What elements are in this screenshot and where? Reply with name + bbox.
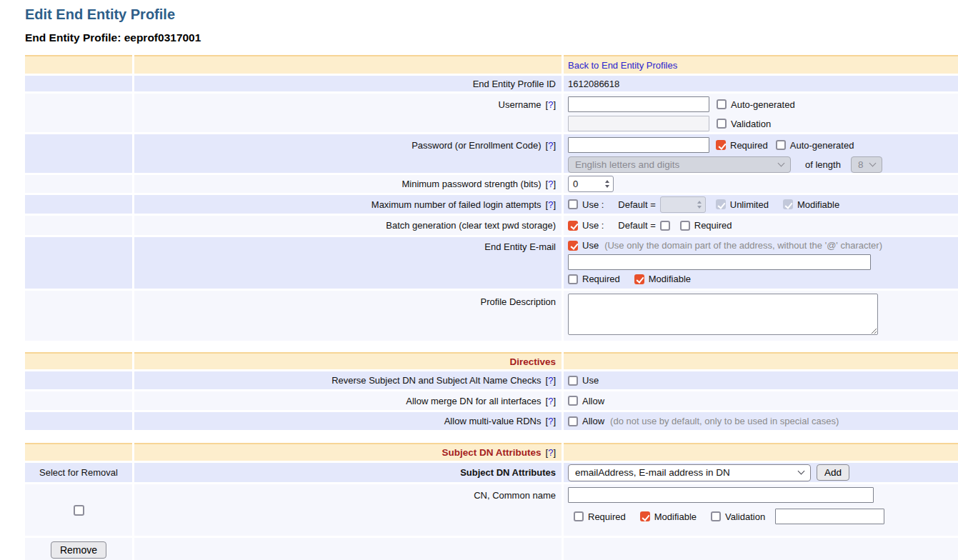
profile-id-label: End Entity Profile ID (134, 76, 562, 91)
chevron-down-icon (778, 160, 785, 167)
batch-required-checkbox[interactable] (680, 221, 690, 231)
reverse-checks-label: Reverse Subject DN and Subject Alt Name … (134, 371, 562, 389)
cn-modifiable-checkbox[interactable] (640, 511, 650, 521)
min-strength-spinner[interactable]: 0 (568, 176, 614, 192)
batch-use-checkbox[interactable] (568, 221, 578, 231)
password-label: Password (or Enrollment Code) [?] (134, 134, 562, 173)
max-failed-default-label: Default = (618, 199, 655, 210)
multi-value-allow-option: Allow (568, 416, 604, 426)
chevron-down-icon (798, 468, 805, 475)
subject-dn-header: Subject DN Attributes [?] (134, 443, 562, 461)
cn-validation-input[interactable] (775, 509, 884, 524)
username-auto-generated-checkbox[interactable] (717, 99, 727, 109)
email-label: End Entity E-mail (134, 237, 562, 289)
password-required-option: Required (716, 140, 768, 151)
header-cell-empty (134, 55, 562, 74)
merge-dn-label: Allow merge DN for all interfaces [?] (134, 391, 562, 410)
max-failed-unlimited-option: Unlimited (716, 199, 769, 210)
directives-table: Directives Reverse Subject DN and Subjec… (25, 352, 958, 430)
subject-dn-help: [?] (546, 447, 556, 458)
username-auto-generated-option: Auto-generated (717, 99, 795, 110)
chevron-down-icon (869, 160, 876, 167)
email-note: (Use only the domain part of the address… (604, 240, 882, 251)
multi-value-rdns-label: Allow multi-value RDNs [?] (134, 412, 562, 430)
back-to-profiles-link[interactable]: Back to End Entity Profiles (568, 60, 677, 71)
remove-button[interactable]: Remove (51, 541, 106, 559)
header-cell-empty (25, 55, 132, 74)
username-input[interactable] (568, 96, 709, 112)
dn-attribute-select[interactable]: emailAddress, E-mail address in DN (568, 464, 811, 481)
cn-value-input[interactable] (568, 487, 874, 503)
batch-required-option: Required (680, 220, 732, 231)
merge-dn-help: [?] (546, 396, 556, 406)
cn-modifiable-option: Modifiable (640, 511, 697, 522)
merge-dn-allow-option: Allow (568, 396, 604, 406)
max-failed-modifiable-checkbox (783, 199, 793, 209)
email-domain-input[interactable] (568, 254, 871, 270)
max-failed-default-spinner[interactable] (660, 196, 706, 213)
email-use-checkbox[interactable] (568, 241, 578, 251)
multi-value-rdns-help: [?] (546, 416, 556, 426)
password-length-select[interactable]: 8 (851, 156, 882, 173)
cn-label: CN, Common name (134, 484, 562, 536)
description-label: Profile Description (134, 291, 562, 341)
profile-description-textarea[interactable] (568, 294, 878, 335)
min-strength-label: Minimum password strength (bits) [?] (134, 175, 562, 193)
password-help: [?] (546, 140, 556, 151)
add-button[interactable]: Add (817, 464, 849, 481)
cn-validation-checkbox[interactable] (711, 511, 721, 521)
spinner-arrows-icon (697, 201, 702, 209)
profile-id-value: 1612086618 (564, 76, 958, 91)
password-charset-select[interactable]: English letters and digits (568, 156, 791, 173)
batch-default-checkbox[interactable] (660, 221, 670, 231)
username-label: Username [?] (134, 94, 562, 132)
max-failed-label: Maximum number of failed login attempts … (134, 195, 562, 214)
username-validation-checkbox[interactable] (717, 119, 727, 129)
email-modifiable-option: Modifiable (634, 274, 691, 284)
select-for-removal-label: Select for Removal (25, 463, 132, 482)
header-cell-back: Back to End Entity Profiles (564, 55, 958, 74)
batch-generation-label: Batch generation (clear text pwd storage… (134, 216, 562, 235)
removal-select-checkbox[interactable] (74, 505, 84, 516)
max-failed-modifiable-option: Modifiable (783, 199, 839, 210)
subject-dn-attributes-label: Subject DN Attributes (134, 463, 562, 482)
directives-header: Directives (134, 352, 562, 369)
password-auto-generated-option: Auto-generated (776, 140, 854, 151)
min-strength-help: [?] (546, 179, 556, 189)
multi-value-note: (do not use by default, only to be used … (610, 416, 839, 426)
cn-required-checkbox[interactable] (574, 511, 584, 521)
cn-validation-option: Validation (711, 511, 765, 522)
password-auto-generated-checkbox[interactable] (776, 140, 786, 150)
subject-dn-table: Subject DN Attributes [?] Select for Rem… (25, 443, 958, 560)
email-required-option: Required (568, 274, 620, 284)
profile-name-heading: End Entity Profile: eeprof0317001 (25, 31, 958, 44)
max-failed-use-checkbox[interactable] (568, 199, 578, 209)
multi-value-allow-checkbox[interactable] (568, 416, 578, 426)
max-failed-unlimited-checkbox (716, 199, 726, 209)
max-failed-use-option: Use : (568, 199, 604, 210)
reverse-checks-use-option: Use (568, 375, 599, 386)
username-validation-input[interactable] (568, 116, 709, 131)
cn-required-option: Required (574, 511, 626, 522)
merge-dn-allow-checkbox[interactable] (568, 396, 578, 406)
reverse-checks-use-checkbox[interactable] (568, 376, 578, 386)
edit-end-entity-profile-page: Edit End Entity Profile End Entity Profi… (0, 0, 958, 560)
of-length-label: of length (805, 159, 841, 170)
max-failed-help: [?] (546, 199, 556, 210)
batch-use-option: Use : (568, 220, 604, 231)
password-required-checkbox[interactable] (716, 140, 726, 150)
page-title: Edit End Entity Profile (25, 6, 958, 23)
username-validation-option: Validation (717, 119, 771, 129)
username-help: [?] (546, 99, 556, 110)
email-use-option: Use (568, 240, 599, 251)
email-required-checkbox[interactable] (568, 274, 578, 284)
reverse-checks-help: [?] (546, 375, 556, 386)
spinner-arrows-icon[interactable] (605, 180, 609, 188)
password-input[interactable] (568, 137, 709, 153)
batch-default-label: Default = (618, 220, 655, 231)
email-modifiable-checkbox[interactable] (634, 274, 644, 284)
main-profile-table: Back to End Entity Profiles End Entity P… (25, 55, 958, 341)
